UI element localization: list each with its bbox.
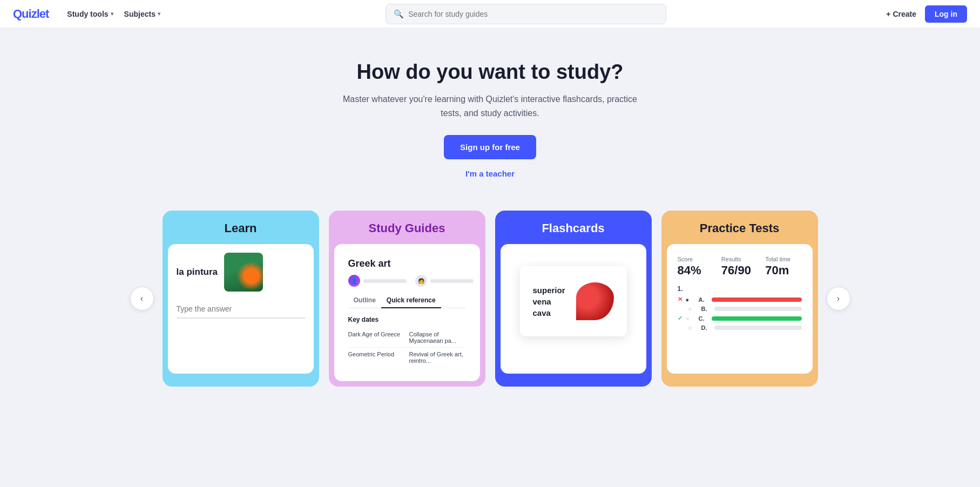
- flashcards-title: Flashcards: [495, 211, 652, 244]
- study-tabs: Outline Quick reference: [348, 293, 466, 308]
- answer-input[interactable]: [177, 300, 305, 319]
- stat-time: Total time 70m: [765, 256, 801, 278]
- avatar-bar-1: [363, 279, 407, 283]
- practice-tests-card[interactable]: Practice Tests Score 84% Results 76/90: [661, 211, 818, 387]
- navbar: Quizlet Study tools ▾ Subjects ▾ 🔍 + Cre…: [0, 0, 980, 28]
- subjects-chevron: ▾: [158, 11, 160, 17]
- learn-card-title: Learn: [163, 211, 319, 244]
- practice-inner: Score 84% Results 76/90 Total time 70m: [675, 253, 804, 340]
- search-container: 🔍: [183, 4, 869, 24]
- study-tools-menu[interactable]: Study tools ▾: [62, 0, 118, 28]
- cards-container: Learn la pintura Study Guides Greek art: [163, 211, 818, 387]
- hero-title: How do you want to study?: [11, 60, 969, 84]
- study-guides-body: Greek art 👤 🧑 Outline Quick ref: [334, 244, 480, 381]
- search-input[interactable]: [408, 10, 658, 18]
- login-button[interactable]: Log in: [925, 5, 967, 23]
- heart-image: [576, 282, 614, 320]
- stat-results: Results 76/90: [721, 256, 758, 278]
- search-bar: 🔍: [386, 4, 666, 24]
- option-b: ○ B.: [678, 306, 802, 312]
- tab-outline[interactable]: Outline: [348, 293, 381, 308]
- stat-score: Score 84%: [678, 256, 714, 278]
- option-c-bar: [712, 316, 802, 321]
- hero-section: How do you want to study? Master whateve…: [0, 28, 980, 200]
- nav-right: + Create Log in: [886, 5, 967, 23]
- flash-card: superior vena cava: [520, 266, 627, 336]
- key-dates-label: Key dates: [348, 316, 466, 323]
- flashcards-body: superior vena cava: [501, 244, 646, 374]
- option-b-bar: [714, 307, 802, 311]
- next-arrow[interactable]: ›: [827, 287, 850, 310]
- search-icon: 🔍: [394, 9, 404, 19]
- option-a-bar: [712, 297, 802, 302]
- avatar-2: 🧑: [415, 275, 427, 287]
- hero-subtitle: Master whatever you're learning with Qui…: [334, 92, 647, 120]
- tab-quick-reference[interactable]: Quick reference: [381, 293, 441, 308]
- learn-image: [224, 253, 263, 292]
- practice-item: 1. ✕ ● A. ○ B.: [678, 285, 802, 331]
- practice-stats: Score 84% Results 76/90 Total time 70m: [678, 256, 802, 278]
- cards-section: ‹ Learn la pintura Study Guides Greek ar…: [0, 200, 980, 419]
- study-tools-chevron: ▾: [111, 11, 113, 17]
- subjects-menu[interactable]: Subjects ▾: [119, 0, 166, 28]
- study-inner: Greek art 👤 🧑 Outline Quick ref: [343, 253, 471, 373]
- prev-arrow[interactable]: ‹: [130, 287, 154, 310]
- learn-word: la pintura: [177, 267, 218, 278]
- flashcards-card[interactable]: Flashcards superior vena cava: [495, 211, 652, 387]
- create-button[interactable]: + Create: [886, 10, 916, 18]
- practice-tests-title: Practice Tests: [661, 211, 818, 244]
- study-guides-card[interactable]: Study Guides Greek art 👤 🧑: [329, 211, 485, 387]
- study-avatars: 👤 🧑: [348, 275, 466, 287]
- date-row-2: Geometric Period Revival of Greek art, r…: [348, 348, 466, 367]
- option-d: ○ D.: [678, 324, 802, 331]
- correct-icon: ✓: [678, 315, 682, 322]
- flash-card-text: superior vena cava: [533, 285, 569, 319]
- teacher-link[interactable]: I'm a teacher: [11, 169, 969, 178]
- avatar-row-2: 🧑: [415, 275, 474, 287]
- learn-content: la pintura: [177, 253, 305, 292]
- practice-tests-body: Score 84% Results 76/90 Total time 70m: [667, 244, 813, 374]
- signup-button[interactable]: Sign up for free: [444, 135, 536, 159]
- avatar-1: 👤: [348, 275, 360, 287]
- option-d-bar: [714, 326, 802, 330]
- learn-card[interactable]: Learn la pintura: [163, 211, 319, 387]
- study-guides-title: Study Guides: [329, 211, 485, 244]
- option-a: ✕ ● A.: [678, 296, 802, 303]
- option-c: ✓ ○ C.: [678, 315, 802, 322]
- learn-card-body: la pintura: [168, 244, 314, 374]
- wrong-icon: ✕: [678, 296, 682, 303]
- avatar-bar-2: [430, 279, 474, 283]
- flash-inner: superior vena cava: [509, 253, 638, 350]
- avatar-row-1: 👤: [348, 275, 407, 287]
- logo[interactable]: Quizlet: [13, 7, 49, 21]
- date-row-1: Dark Age of Greece Collapse of Myacenaea…: [348, 328, 466, 348]
- set-title: Greek art: [348, 258, 466, 269]
